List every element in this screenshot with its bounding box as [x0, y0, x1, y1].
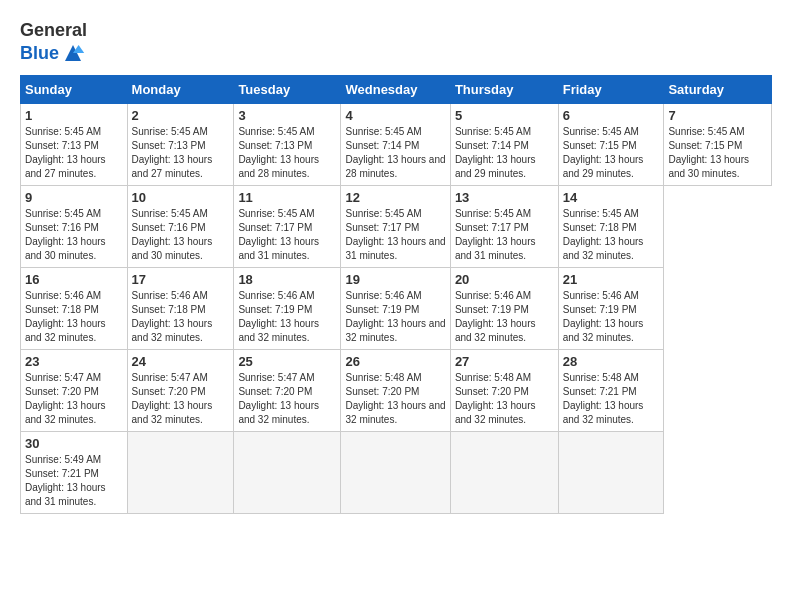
day-number: 16: [25, 272, 123, 287]
day-info: Sunrise: 5:45 AMSunset: 7:17 PMDaylight:…: [238, 207, 336, 263]
day-number: 11: [238, 190, 336, 205]
weekday-header-wednesday: Wednesday: [341, 76, 450, 104]
day-number: 4: [345, 108, 445, 123]
day-info: Sunrise: 5:45 AMSunset: 7:15 PMDaylight:…: [668, 125, 767, 181]
weekday-header-sunday: Sunday: [21, 76, 128, 104]
day-info: Sunrise: 5:48 AMSunset: 7:20 PMDaylight:…: [345, 371, 445, 427]
calendar-week-4: 23Sunrise: 5:47 AMSunset: 7:20 PMDayligh…: [21, 350, 772, 432]
day-number: 19: [345, 272, 445, 287]
calendar-cell-day-27: 27Sunrise: 5:48 AMSunset: 7:20 PMDayligh…: [450, 350, 558, 432]
day-info: Sunrise: 5:45 AMSunset: 7:13 PMDaylight:…: [25, 125, 123, 181]
day-number: 9: [25, 190, 123, 205]
day-number: 24: [132, 354, 230, 369]
day-info: Sunrise: 5:45 AMSunset: 7:18 PMDaylight:…: [563, 207, 660, 263]
calendar-cell-day-14: 14Sunrise: 5:45 AMSunset: 7:18 PMDayligh…: [558, 186, 664, 268]
calendar-cell-day-17: 17Sunrise: 5:46 AMSunset: 7:18 PMDayligh…: [127, 268, 234, 350]
day-info: Sunrise: 5:46 AMSunset: 7:18 PMDaylight:…: [132, 289, 230, 345]
calendar-week-1: 1Sunrise: 5:45 AMSunset: 7:13 PMDaylight…: [21, 104, 772, 186]
day-info: Sunrise: 5:45 AMSunset: 7:14 PMDaylight:…: [345, 125, 445, 181]
day-info: Sunrise: 5:49 AMSunset: 7:21 PMDaylight:…: [25, 453, 123, 509]
day-number: 13: [455, 190, 554, 205]
day-info: Sunrise: 5:47 AMSunset: 7:20 PMDaylight:…: [132, 371, 230, 427]
day-number: 7: [668, 108, 767, 123]
day-number: 27: [455, 354, 554, 369]
logo-icon: [61, 41, 85, 65]
calendar-cell-day-16: 16Sunrise: 5:46 AMSunset: 7:18 PMDayligh…: [21, 268, 128, 350]
calendar-cell-empty: [127, 432, 234, 514]
calendar-cell-day-10: 10Sunrise: 5:45 AMSunset: 7:16 PMDayligh…: [127, 186, 234, 268]
calendar-cell-day-2: 2Sunrise: 5:45 AMSunset: 7:13 PMDaylight…: [127, 104, 234, 186]
day-info: Sunrise: 5:45 AMSunset: 7:17 PMDaylight:…: [455, 207, 554, 263]
logo: General Blue: [20, 20, 87, 65]
calendar-cell-day-9: 9Sunrise: 5:45 AMSunset: 7:16 PMDaylight…: [21, 186, 128, 268]
day-number: 2: [132, 108, 230, 123]
calendar-cell-day-23: 23Sunrise: 5:47 AMSunset: 7:20 PMDayligh…: [21, 350, 128, 432]
calendar-week-5: 30Sunrise: 5:49 AMSunset: 7:21 PMDayligh…: [21, 432, 772, 514]
weekday-header-thursday: Thursday: [450, 76, 558, 104]
calendar-cell-day-12: 12Sunrise: 5:45 AMSunset: 7:17 PMDayligh…: [341, 186, 450, 268]
day-number: 26: [345, 354, 445, 369]
calendar-cell-day-28: 28Sunrise: 5:48 AMSunset: 7:21 PMDayligh…: [558, 350, 664, 432]
day-info: Sunrise: 5:46 AMSunset: 7:18 PMDaylight:…: [25, 289, 123, 345]
day-info: Sunrise: 5:46 AMSunset: 7:19 PMDaylight:…: [563, 289, 660, 345]
calendar-cell-day-6: 6Sunrise: 5:45 AMSunset: 7:15 PMDaylight…: [558, 104, 664, 186]
day-number: 30: [25, 436, 123, 451]
day-number: 6: [563, 108, 660, 123]
logo-blue: Blue: [20, 43, 59, 64]
day-info: Sunrise: 5:46 AMSunset: 7:19 PMDaylight:…: [455, 289, 554, 345]
day-number: 1: [25, 108, 123, 123]
day-info: Sunrise: 5:45 AMSunset: 7:17 PMDaylight:…: [345, 207, 445, 263]
weekday-header-tuesday: Tuesday: [234, 76, 341, 104]
calendar-cell-day-3: 3Sunrise: 5:45 AMSunset: 7:13 PMDaylight…: [234, 104, 341, 186]
day-info: Sunrise: 5:48 AMSunset: 7:20 PMDaylight:…: [455, 371, 554, 427]
calendar-cell-day-5: 5Sunrise: 5:45 AMSunset: 7:14 PMDaylight…: [450, 104, 558, 186]
calendar-cell-day-25: 25Sunrise: 5:47 AMSunset: 7:20 PMDayligh…: [234, 350, 341, 432]
day-info: Sunrise: 5:45 AMSunset: 7:16 PMDaylight:…: [132, 207, 230, 263]
page-header: General Blue: [20, 20, 772, 65]
day-number: 28: [563, 354, 660, 369]
day-info: Sunrise: 5:45 AMSunset: 7:13 PMDaylight:…: [132, 125, 230, 181]
calendar-cell-day-4: 4Sunrise: 5:45 AMSunset: 7:14 PMDaylight…: [341, 104, 450, 186]
calendar-cell-empty: [558, 432, 664, 514]
weekday-header-row: SundayMondayTuesdayWednesdayThursdayFrid…: [21, 76, 772, 104]
day-number: 17: [132, 272, 230, 287]
day-info: Sunrise: 5:48 AMSunset: 7:21 PMDaylight:…: [563, 371, 660, 427]
logo-wordmark: General Blue: [20, 20, 87, 65]
calendar-cell-day-7: 7Sunrise: 5:45 AMSunset: 7:15 PMDaylight…: [664, 104, 772, 186]
day-info: Sunrise: 5:45 AMSunset: 7:13 PMDaylight:…: [238, 125, 336, 181]
day-info: Sunrise: 5:45 AMSunset: 7:16 PMDaylight:…: [25, 207, 123, 263]
calendar-cell-day-18: 18Sunrise: 5:46 AMSunset: 7:19 PMDayligh…: [234, 268, 341, 350]
calendar-cell-day-11: 11Sunrise: 5:45 AMSunset: 7:17 PMDayligh…: [234, 186, 341, 268]
day-info: Sunrise: 5:45 AMSunset: 7:14 PMDaylight:…: [455, 125, 554, 181]
calendar-cell-day-1: 1Sunrise: 5:45 AMSunset: 7:13 PMDaylight…: [21, 104, 128, 186]
calendar-cell-day-19: 19Sunrise: 5:46 AMSunset: 7:19 PMDayligh…: [341, 268, 450, 350]
day-number: 5: [455, 108, 554, 123]
calendar-week-2: 9Sunrise: 5:45 AMSunset: 7:16 PMDaylight…: [21, 186, 772, 268]
day-info: Sunrise: 5:47 AMSunset: 7:20 PMDaylight:…: [238, 371, 336, 427]
day-number: 14: [563, 190, 660, 205]
day-number: 3: [238, 108, 336, 123]
weekday-header-friday: Friday: [558, 76, 664, 104]
day-info: Sunrise: 5:46 AMSunset: 7:19 PMDaylight:…: [345, 289, 445, 345]
day-number: 25: [238, 354, 336, 369]
day-number: 23: [25, 354, 123, 369]
day-number: 10: [132, 190, 230, 205]
calendar-table: SundayMondayTuesdayWednesdayThursdayFrid…: [20, 75, 772, 514]
calendar-cell-day-24: 24Sunrise: 5:47 AMSunset: 7:20 PMDayligh…: [127, 350, 234, 432]
calendar-cell-empty: [450, 432, 558, 514]
day-info: Sunrise: 5:47 AMSunset: 7:20 PMDaylight:…: [25, 371, 123, 427]
calendar-cell-empty: [341, 432, 450, 514]
day-number: 20: [455, 272, 554, 287]
weekday-header-saturday: Saturday: [664, 76, 772, 104]
day-info: Sunrise: 5:46 AMSunset: 7:19 PMDaylight:…: [238, 289, 336, 345]
calendar-cell-day-21: 21Sunrise: 5:46 AMSunset: 7:19 PMDayligh…: [558, 268, 664, 350]
weekday-header-monday: Monday: [127, 76, 234, 104]
calendar-cell-empty: [234, 432, 341, 514]
day-number: 21: [563, 272, 660, 287]
calendar-week-3: 16Sunrise: 5:46 AMSunset: 7:18 PMDayligh…: [21, 268, 772, 350]
day-number: 18: [238, 272, 336, 287]
calendar-cell-day-20: 20Sunrise: 5:46 AMSunset: 7:19 PMDayligh…: [450, 268, 558, 350]
calendar-cell-day-30: 30Sunrise: 5:49 AMSunset: 7:21 PMDayligh…: [21, 432, 128, 514]
day-info: Sunrise: 5:45 AMSunset: 7:15 PMDaylight:…: [563, 125, 660, 181]
calendar-cell-day-13: 13Sunrise: 5:45 AMSunset: 7:17 PMDayligh…: [450, 186, 558, 268]
